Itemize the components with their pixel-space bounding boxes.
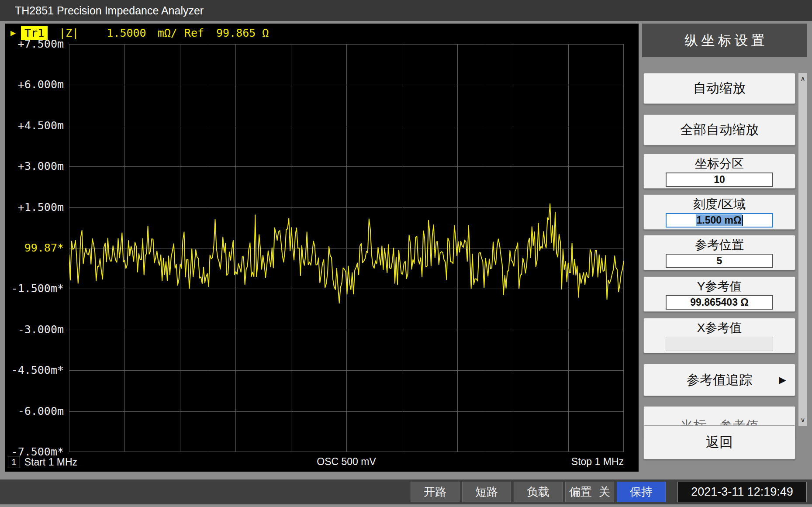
y-axis-label: +4.500m <box>5 119 64 132</box>
y-reference-input[interactable]: 99.865403 Ω <box>666 295 773 310</box>
scale-per-division-value: 1.500 mΩ <box>696 214 743 226</box>
osc-level-label: OSC 500 mV <box>69 456 624 468</box>
trace-scale-unit: mΩ/ <box>158 27 177 39</box>
y-axis-label: 99.87* <box>5 241 64 255</box>
grid-area <box>69 44 624 452</box>
text-cursor <box>742 215 743 226</box>
side-panel: 纵坐标设置 ∧ ∨ 自动缩放 全部自动缩放 坐标分区 10 刻度/区域 1.50… <box>642 24 807 461</box>
y-axis-label: +1.500m <box>5 201 64 214</box>
bias-state: 关 <box>599 484 610 500</box>
sweep-start: 1 Start 1 MHz <box>8 456 77 468</box>
reference-position-group[interactable]: 参考位置 5 <box>643 235 795 270</box>
y-reference-value: 99.865403 Ω <box>690 297 749 308</box>
trace-ref-label: Ref <box>184 27 204 39</box>
trace-scale-value: 1.5000 <box>107 27 146 39</box>
scroll-down-icon[interactable]: ∨ <box>798 414 807 426</box>
y-axis-label: -6.000m <box>5 405 64 418</box>
bias-button[interactable]: 偏置 关 <box>565 482 614 502</box>
x-reference-label: X参考值 <box>644 321 795 335</box>
plot-canvas <box>69 44 624 452</box>
y-axis-label: -4.500m* <box>5 364 64 377</box>
clock: 2021-3-11 12:19:49 <box>677 482 807 502</box>
y-axis-label: +7.500m <box>5 38 64 51</box>
reference-position-value: 5 <box>717 255 722 267</box>
y-axis-labels: +7.500m+6.000m+4.500m+3.000m+1.500m99.87… <box>5 44 66 452</box>
y-axis-label: -3.000m <box>5 323 64 336</box>
window-title: TH2851 Precision Impedance Analyzer <box>15 4 204 17</box>
reference-position-input[interactable]: 5 <box>666 254 773 268</box>
x-reference-input[interactable] <box>666 337 773 351</box>
channel-indicator: 1 <box>8 456 20 468</box>
title-bar: TH2851 Precision Impedance Analyzer <box>0 0 812 21</box>
sidebar-scrollbar[interactable]: ∧ ∨ <box>798 73 807 426</box>
scale-per-division-group[interactable]: 刻度/区域 1.500 mΩ <box>643 194 795 230</box>
plot-panel: ▶ Tr1 |Z| 1.5000 mΩ/ Ref 99.865 Ω +7.500… <box>5 24 639 472</box>
plot-footer: 1 Start 1 MHz OSC 500 mV Stop 1 MHz <box>5 455 639 469</box>
scroll-up-icon[interactable]: ∧ <box>798 73 807 84</box>
auto-scale-all-button[interactable]: 全部自动缩放 <box>643 114 795 145</box>
auto-scale-button[interactable]: 自动缩放 <box>643 73 795 104</box>
back-button[interactable]: 返回 <box>643 425 795 459</box>
reference-tracking-button[interactable]: 参考值追踪 ▶ <box>643 364 795 396</box>
side-panel-title: 纵坐标设置 <box>642 24 807 57</box>
reference-position-label: 参考位置 <box>644 238 795 252</box>
y-axis-label: +3.000m <box>5 160 64 173</box>
load-correction-button[interactable]: 负载 <box>514 482 563 502</box>
short-correction-button[interactable]: 短路 <box>462 482 511 502</box>
trace-ref-value: 99.865 Ω <box>216 27 269 39</box>
open-correction-button[interactable]: 开路 <box>411 482 460 502</box>
submenu-arrow-icon: ▶ <box>779 375 786 385</box>
scale-per-division-input[interactable]: 1.500 mΩ <box>666 213 773 228</box>
divisions-input[interactable]: 10 <box>666 172 773 187</box>
active-trace-marker-icon: ▶ <box>10 28 16 38</box>
bias-label: 偏置 <box>569 484 592 500</box>
y-axis-label: -1.500m* <box>5 282 64 295</box>
y-axis-label: +6.000m <box>5 78 64 91</box>
x-reference-group[interactable]: X参考值 <box>643 318 795 353</box>
reference-tracking-label: 参考值追踪 <box>687 371 752 389</box>
divisions-value: 10 <box>714 174 725 186</box>
y-reference-group[interactable]: Y参考值 99.865403 Ω <box>643 276 795 312</box>
status-bar: 开路 短路 负载 偏置 关 保持 2021-3-11 12:19:49 <box>0 479 812 504</box>
divisions-group[interactable]: 坐标分区 10 <box>643 154 795 189</box>
stop-frequency-label: Stop 1 MHz <box>571 456 624 468</box>
scale-per-division-label: 刻度/区域 <box>644 197 795 211</box>
divisions-label: 坐标分区 <box>644 157 795 171</box>
y-reference-label: Y参考值 <box>644 279 795 293</box>
hold-button[interactable]: 保持 <box>617 482 666 502</box>
